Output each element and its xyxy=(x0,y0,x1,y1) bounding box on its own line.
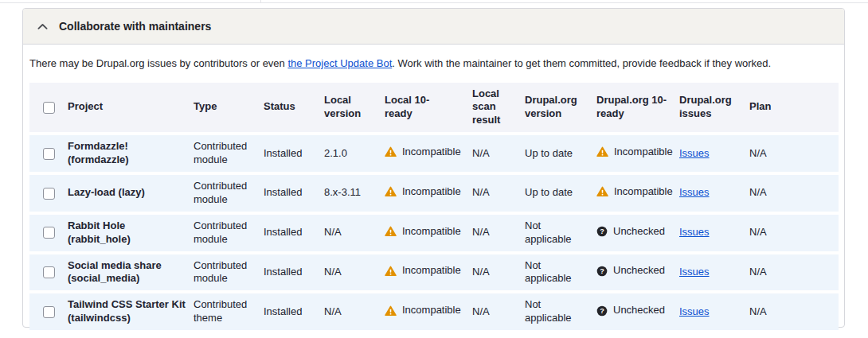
warning-triangle-icon xyxy=(385,305,397,317)
details-content: There may be Drupal.org issues by contri… xyxy=(23,45,844,333)
question-mark-circle-icon: ? xyxy=(596,226,608,237)
local-version-cell: N/A xyxy=(324,213,385,253)
drupalorg-issues-cell: Issues xyxy=(679,134,749,173)
row-select-checkbox[interactable] xyxy=(43,306,55,318)
row-select-checkbox[interactable] xyxy=(43,188,55,200)
project-update-bot-link[interactable]: the Project Update Bot xyxy=(287,57,392,69)
chevron-up-icon xyxy=(37,23,48,30)
row-select-checkbox[interactable] xyxy=(43,148,55,160)
local-scan-result-cell: N/A xyxy=(472,292,525,332)
row-select-cell xyxy=(29,253,68,293)
project-name-cell: Lazy-load (lazy) xyxy=(68,173,194,213)
status-label: Unchecked xyxy=(613,264,665,278)
status-cell: Installed xyxy=(264,213,324,253)
local-10-ready-cell: Incompatible xyxy=(385,213,472,253)
drupalorg-issues-cell: Issues xyxy=(679,292,749,332)
table-body: Formdazzle! (formdazzle)Contributed modu… xyxy=(29,134,839,332)
previous-section-divider xyxy=(0,2,868,3)
local-version-cell: 2.1.0 xyxy=(324,134,385,173)
column-header: Drupal.org version xyxy=(525,83,596,134)
column-header: Plan xyxy=(749,83,839,134)
column-header: Drupal.org 10-ready xyxy=(596,83,679,134)
column-header: Status xyxy=(264,83,324,134)
issues-link[interactable]: Issues xyxy=(679,305,710,317)
table-row: Formdazzle! (formdazzle)Contributed modu… xyxy=(29,134,839,173)
project-name-cell: Tailwind CSS Starter Kit (tailwindcss) xyxy=(68,292,194,332)
local-10-ready-cell: Incompatible xyxy=(385,173,472,213)
status-with-icon: Incompatible xyxy=(596,185,673,199)
page: Collaborate with maintainers There may b… xyxy=(0,0,868,338)
table-row: Lazy-load (lazy)Contributed moduleInstal… xyxy=(29,173,839,213)
issues-link[interactable]: Issues xyxy=(679,226,710,238)
drupalorg-issues-cell: Issues xyxy=(679,173,749,213)
plan-cell: N/A xyxy=(749,173,839,213)
row-select-checkbox[interactable] xyxy=(43,227,55,239)
type-cell: Contributed module xyxy=(194,134,264,173)
plan-cell: N/A xyxy=(749,213,839,253)
drupalorg-version-cell: Up to date xyxy=(525,173,596,213)
select-all-checkbox[interactable] xyxy=(43,102,55,114)
header-row: ProjectTypeStatusLocal versionLocal 10-r… xyxy=(29,83,839,134)
drupalorg-version-cell: Up to date xyxy=(525,134,596,173)
svg-text:?: ? xyxy=(600,227,604,235)
row-select-cell xyxy=(29,134,68,173)
plan-cell: N/A xyxy=(749,253,839,293)
warning-triangle-icon xyxy=(596,146,608,157)
status-label: Incompatible xyxy=(402,185,461,199)
local-scan-result-cell: N/A xyxy=(472,253,525,293)
local-version-cell: N/A xyxy=(324,292,385,332)
local-10-ready-cell: Incompatible xyxy=(385,292,472,332)
status-label: Incompatible xyxy=(614,185,673,199)
column-header: Local scan result xyxy=(472,83,525,134)
warning-triangle-icon xyxy=(385,186,397,197)
type-cell: Contributed module xyxy=(194,253,264,293)
issues-link[interactable]: Issues xyxy=(679,266,710,278)
status-cell: Installed xyxy=(264,292,324,332)
drupalorg-version-cell: Not applicable xyxy=(525,253,596,293)
type-cell: Contributed theme xyxy=(194,292,264,332)
status-label: Unchecked xyxy=(613,225,665,239)
status-cell: Installed xyxy=(264,253,324,293)
description-text-after: . Work with the maintainer to get them c… xyxy=(392,57,771,69)
issues-link[interactable]: Issues xyxy=(679,147,710,159)
warning-triangle-icon xyxy=(385,226,397,237)
plan-cell: N/A xyxy=(749,292,839,332)
row-select-checkbox[interactable] xyxy=(43,266,55,278)
warning-triangle-icon xyxy=(385,146,397,157)
local-version-cell: 8.x-3.11 xyxy=(324,173,385,213)
drupalorg-version-cell: Not applicable xyxy=(525,292,596,332)
collaborate-details-summary[interactable]: Collaborate with maintainers xyxy=(23,9,844,45)
local-scan-result-cell: N/A xyxy=(472,134,525,173)
drupalorg-10-ready-cell: ?Unchecked xyxy=(596,253,679,293)
local-scan-result-cell: N/A xyxy=(472,173,525,213)
local-10-ready-cell: Incompatible xyxy=(385,134,472,173)
drupalorg-10-ready-cell: Incompatible xyxy=(596,134,679,173)
status-label: Incompatible xyxy=(402,264,461,278)
column-header: Type xyxy=(194,83,264,134)
status-with-icon: Incompatible xyxy=(385,146,461,159)
status-with-icon: ?Unchecked xyxy=(596,304,665,317)
local-version-cell: N/A xyxy=(324,253,385,293)
projects-table: ProjectTypeStatusLocal versionLocal 10-r… xyxy=(29,83,839,334)
collaborate-details-panel: Collaborate with maintainers There may b… xyxy=(22,8,845,328)
section-description: There may be Drupal.org issues by contri… xyxy=(29,56,838,71)
status-with-icon: Incompatible xyxy=(596,146,673,159)
table-row: Tailwind CSS Starter Kit (tailwindcss)Co… xyxy=(29,292,839,332)
question-mark-circle-icon: ? xyxy=(596,305,608,317)
description-text-before: There may be Drupal.org issues by contri… xyxy=(29,57,287,69)
status-cell: Installed xyxy=(264,134,324,173)
type-cell: Contributed module xyxy=(194,173,264,213)
type-cell: Contributed module xyxy=(194,213,264,253)
status-with-icon: Incompatible xyxy=(385,264,461,278)
plan-cell: N/A xyxy=(749,134,839,173)
column-header: Local version xyxy=(324,83,385,134)
status-label: Incompatible xyxy=(402,225,461,239)
question-mark-circle-icon: ? xyxy=(596,266,608,277)
row-select-cell xyxy=(29,292,68,332)
status-label: Unchecked xyxy=(613,304,665,317)
issues-link[interactable]: Issues xyxy=(679,186,710,198)
local-scan-result-cell: N/A xyxy=(472,213,525,253)
status-with-icon: ?Unchecked xyxy=(596,225,665,239)
status-with-icon: Incompatible xyxy=(385,225,461,239)
table-row: Rabbit Hole (rabbit_hole)Contributed mod… xyxy=(29,213,839,253)
